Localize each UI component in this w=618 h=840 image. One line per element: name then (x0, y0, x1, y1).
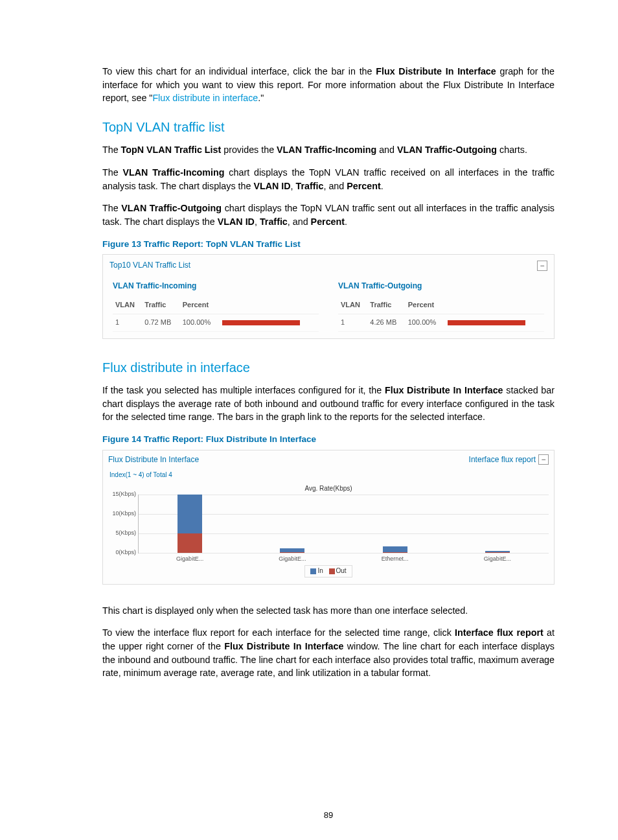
y-tick-label: 5(Kbps) (108, 530, 136, 538)
text: The (102, 203, 121, 213)
bar-column[interactable]: GigabitE... (446, 495, 549, 553)
percent-bar (222, 320, 300, 325)
panel-title: Flux Distribute In Interface (108, 454, 199, 465)
followup-p1: This chart is displayed only when the se… (102, 604, 555, 618)
y-tick-label: 15(Kbps) (108, 491, 136, 499)
incoming-title: VLAN Traffic-Incoming (113, 281, 319, 292)
sec2-p1: If the task you selected has multiple in… (102, 384, 555, 424)
bold-term: Flux Distribute In Interface (385, 385, 503, 395)
bold-term: Percent (311, 216, 345, 227)
chart-legend: In Out (304, 565, 352, 578)
bold-term: Traffic (296, 181, 324, 191)
text: , and (288, 216, 311, 227)
panel-title: Top10 VLAN Traffic List (109, 260, 190, 271)
fig13-panel: Top10 VLAN Traffic List − VLAN Traffic-I… (102, 254, 555, 339)
text: , (291, 181, 296, 191)
bar-segment-out (280, 552, 304, 553)
x-tick-label: GigabitE... (279, 555, 306, 563)
text: The (102, 167, 123, 178)
text: . (345, 216, 347, 227)
table-row: 1 4.26 MB 100.00% (338, 314, 544, 332)
bold-term: VLAN Traffic-Outgoing (121, 203, 222, 213)
text: To view the interface flux report for ea… (102, 627, 455, 638)
incoming-table: VLAN Traffic Percent 1 0.72 MB 100.00% (113, 297, 319, 332)
bold-term: VLAN ID (253, 181, 290, 191)
bold-term: Flux Distribute In Interface (376, 66, 496, 76)
bold-term: TopN VLAN Traffic List (121, 145, 222, 155)
text: To view this chart for an individual int… (102, 66, 376, 76)
index-text: Index(1 ~ 4) of Total 4 (103, 469, 554, 484)
bar-segment-out (383, 552, 407, 553)
heading-flux-distribute: Flux distribute in interface (102, 358, 555, 377)
bold-term: VLAN Traffic-Incoming (277, 145, 376, 155)
bar-segment-in (383, 546, 407, 552)
bold-term: VLAN Traffic-Outgoing (397, 145, 497, 155)
bold-term: VLAN Traffic-Incoming (123, 167, 225, 178)
sec1-p1: The TopN VLAN Traffic List provides the … (102, 143, 555, 157)
col-traffic: Traffic (367, 297, 405, 314)
col-traffic: Traffic (142, 297, 179, 314)
text: charts. (497, 145, 527, 155)
figure13-caption: Figure 13 Traffic Report: TopN VLAN Traf… (102, 238, 555, 251)
heading-topn-vlan: TopN VLAN traffic list (102, 118, 555, 137)
outgoing-table: VLAN Traffic Percent 1 4.26 MB 100.00% (338, 297, 544, 332)
text: ." (258, 93, 264, 103)
cell-traffic: 4.26 MB (367, 314, 405, 332)
text: , (255, 216, 260, 227)
sec1-p2: The VLAN Traffic-Incoming chart displays… (102, 166, 555, 192)
bold-term: Traffic (260, 216, 288, 227)
cell-vlan: 1 (113, 314, 142, 332)
intro-paragraph: To view this chart for an individual int… (102, 65, 555, 105)
col-percent: Percent (406, 297, 445, 314)
x-tick-label: Ethernet... (382, 555, 409, 563)
text: If the task you selected has multiple in… (102, 385, 385, 395)
col-percent: Percent (180, 297, 220, 314)
interface-flux-report-link[interactable]: Interface flux report (469, 454, 536, 465)
legend-swatch-in (310, 568, 316, 574)
figure14-caption: Figure 14 Traffic Report: Flux Distribut… (102, 433, 555, 446)
bold-term: Interface flux report (455, 627, 544, 638)
fig14-panel: Flux Distribute In Interface Interface f… (102, 450, 555, 585)
bar-column[interactable]: GigabitE... (241, 495, 343, 553)
outgoing-title: VLAN Traffic-Outgoing (338, 281, 544, 292)
percent-bar (448, 320, 525, 325)
text: and (376, 145, 397, 155)
cell-percent: 100.00% (406, 314, 445, 332)
table-row: 1 0.72 MB 100.00% (113, 314, 319, 332)
text: The (102, 145, 121, 155)
x-tick-label: GigabitE... (484, 555, 511, 563)
bar-segment-out (485, 552, 510, 553)
legend-swatch-out (329, 568, 335, 574)
col-vlan: VLAN (338, 297, 367, 314)
followup-p2: To view the interface flux report for ea… (102, 626, 555, 680)
link-flux-distribute[interactable]: Flux distribute in interface (152, 93, 258, 103)
cell-vlan: 1 (338, 314, 367, 332)
collapse-icon[interactable]: − (537, 261, 547, 271)
bar-chart[interactable]: 0(Kbps)5(Kbps)10(Kbps)15(Kbps)GigabitE..… (138, 495, 549, 554)
col-vlan: VLAN (113, 297, 142, 314)
text: provides the (221, 145, 277, 155)
text: , and (323, 181, 347, 191)
bar-segment-out (177, 533, 202, 553)
bold-term: Percent (347, 181, 380, 191)
bar-column[interactable]: Ethernet... (344, 495, 446, 553)
text: . (381, 181, 383, 191)
collapse-icon[interactable]: − (538, 454, 549, 465)
cell-percent: 100.00% (180, 314, 220, 332)
bar-segment-in (177, 495, 202, 533)
legend-label-out: Out (336, 567, 347, 574)
x-tick-label: GigabitE... (176, 555, 203, 563)
sec1-p3: The VLAN Traffic-Outgoing chart displays… (102, 202, 555, 228)
legend-label-in: In (317, 567, 323, 574)
bold-term: Flux Distribute In Interface (224, 641, 343, 651)
page-number: 89 (102, 810, 555, 822)
bold-term: VLAN ID (218, 216, 255, 227)
y-tick-label: 0(Kbps) (108, 549, 136, 557)
cell-traffic: 0.72 MB (142, 314, 179, 332)
bar-column[interactable]: GigabitE... (139, 495, 241, 553)
y-tick-label: 10(Kbps) (108, 510, 136, 519)
chart-title: Avg. Rate(Kbps) (108, 484, 549, 494)
